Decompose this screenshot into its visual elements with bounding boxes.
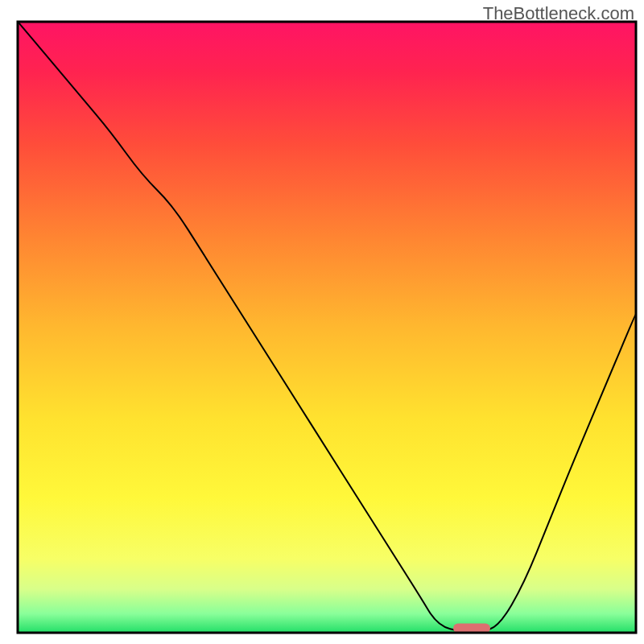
gradient-background xyxy=(19,23,635,632)
chart-container: TheBottleneck.com xyxy=(0,0,644,644)
bottleneck-chart xyxy=(0,0,644,644)
watermark-text: TheBottleneck.com xyxy=(483,3,634,24)
